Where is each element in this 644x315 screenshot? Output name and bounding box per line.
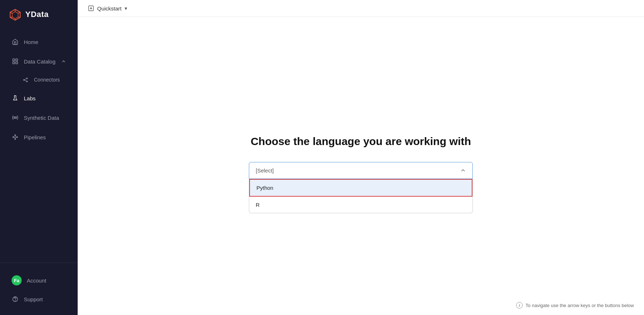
topbar-chevron-icon[interactable]: ▾ <box>125 5 127 11</box>
svg-point-18 <box>14 117 16 119</box>
account-label: Account <box>27 277 46 284</box>
sidebar-item-pipelines[interactable]: Pipelines <box>3 128 75 146</box>
labs-icon <box>12 95 19 102</box>
support-icon <box>12 296 19 303</box>
dropdown-placeholder: [Select] <box>256 167 274 174</box>
connectors-icon <box>22 76 29 83</box>
home-icon <box>12 38 19 45</box>
synthetic-icon <box>12 114 19 121</box>
chevron-up-icon <box>460 167 466 173</box>
pipelines-icon <box>12 134 19 141</box>
navigation-hint: i To navigate use the arrow keys or the … <box>516 302 634 309</box>
support-label: Support <box>24 296 43 302</box>
sidebar-nav: Home Data Catalog <box>0 29 78 263</box>
account-avatar-initials: Fa <box>14 278 19 283</box>
dropdown-list: Python R <box>249 179 473 213</box>
account-avatar: Fa <box>12 275 22 285</box>
quickstart-icon <box>88 5 94 12</box>
svg-line-6 <box>10 17 12 17</box>
sidebar-item-synthetic-label: Synthetic Data <box>24 115 59 121</box>
topbar: Quickstart ▾ <box>78 0 644 17</box>
sidebar-item-synthetic-data[interactable]: Synthetic Data <box>3 108 75 127</box>
catalog-icon <box>12 58 19 65</box>
content-area: Choose the language you are working with… <box>78 17 644 315</box>
chevron-up-icon <box>61 59 66 64</box>
sidebar-item-connectors-label: Connectors <box>34 77 60 83</box>
svg-line-16 <box>24 80 26 81</box>
dropdown-option-r-label: R <box>256 202 260 208</box>
hint-text: To navigate use the arrow keys or the bu… <box>526 303 634 308</box>
topbar-title: Quickstart <box>97 5 122 12</box>
svg-line-15 <box>24 78 26 79</box>
sidebar-item-data-catalog[interactable]: Data Catalog <box>3 52 75 71</box>
sidebar-item-pipelines-label: Pipelines <box>24 134 46 140</box>
svg-line-4 <box>18 17 20 17</box>
svg-rect-9 <box>16 59 18 61</box>
svg-rect-11 <box>16 62 18 64</box>
sidebar-bottom: Fa Account Support <box>0 263 78 315</box>
dropdown-trigger[interactable]: [Select] <box>249 162 473 179</box>
dropdown-option-python-label: Python <box>256 185 273 191</box>
svg-point-28 <box>15 300 16 301</box>
dropdown-option-r[interactable]: R <box>249 197 472 213</box>
info-icon: i <box>516 302 523 309</box>
svg-rect-8 <box>13 59 14 61</box>
svg-rect-10 <box>13 62 14 64</box>
dropdown-option-python[interactable]: Python <box>249 179 472 197</box>
sidebar-item-labs[interactable]: Labs <box>3 89 75 108</box>
sidebar-item-home-label: Home <box>24 39 38 45</box>
language-dropdown[interactable]: [Select] Python R <box>249 162 473 179</box>
logo-area: YData <box>0 0 78 29</box>
sidebar-item-catalog-label: Data Catalog <box>24 58 56 65</box>
sidebar-item-support[interactable]: Support <box>3 290 75 308</box>
logo-text: YData <box>25 10 49 19</box>
sidebar-item-account[interactable]: Fa Account <box>3 270 75 290</box>
main-content: Quickstart ▾ Choose the language you are… <box>78 0 644 315</box>
sidebar-item-connectors[interactable]: Connectors <box>3 71 75 88</box>
ydata-logo-icon <box>9 8 22 21</box>
sidebar-item-home[interactable]: Home <box>3 32 75 51</box>
svg-marker-1 <box>12 12 18 19</box>
sidebar: YData Home Data Catalog <box>0 0 78 315</box>
page-heading: Choose the language you are working with <box>251 135 471 148</box>
sidebar-item-labs-label: Labs <box>24 95 36 101</box>
